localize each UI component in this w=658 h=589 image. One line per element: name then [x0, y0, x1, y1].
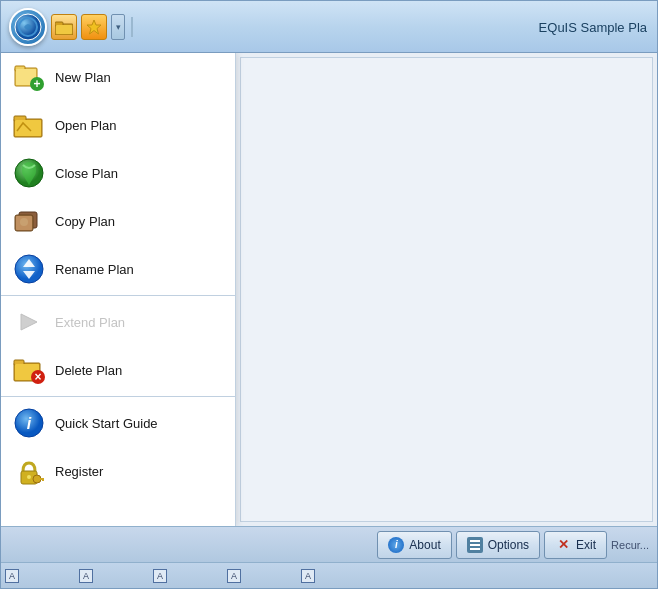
- tab-icon-4: A: [227, 569, 241, 583]
- extend-plan-label: Extend Plan: [55, 315, 125, 330]
- options-label: Options: [488, 538, 529, 552]
- menu-separator-1: [1, 295, 235, 296]
- status-bar: i About Options ✕ Exit Recur...: [1, 526, 657, 562]
- menu-item-close-plan[interactable]: Close Plan: [1, 149, 235, 197]
- register-label: Register: [55, 464, 103, 479]
- extend-plan-icon: [13, 306, 45, 338]
- svg-marker-5: [87, 20, 101, 34]
- copy-plan-icon: [13, 205, 45, 237]
- delete-plan-label: Delete Plan: [55, 363, 122, 378]
- main-content: + New Plan Open Plan: [1, 53, 657, 526]
- menu-separator-2: [1, 396, 235, 397]
- tab-item-3[interactable]: A: [153, 569, 167, 583]
- new-plan-label: New Plan: [55, 70, 111, 85]
- tab-icon-2: A: [79, 569, 93, 583]
- svg-rect-32: [42, 478, 44, 481]
- menu-item-register[interactable]: Register: [1, 447, 235, 495]
- about-button[interactable]: i About: [377, 531, 451, 559]
- new-plan-icon: +: [13, 61, 45, 93]
- tab-icon-3: A: [153, 569, 167, 583]
- tab-item-5[interactable]: A: [301, 569, 315, 583]
- open-plan-icon: [13, 109, 45, 141]
- menu-item-open-plan[interactable]: Open Plan: [1, 101, 235, 149]
- svg-marker-20: [21, 314, 37, 330]
- svg-point-29: [27, 475, 31, 479]
- quick-start-label: Quick Start Guide: [55, 416, 158, 431]
- exit-label: Exit: [576, 538, 596, 552]
- svg-rect-33: [470, 540, 480, 542]
- menu-item-delete-plan[interactable]: × Delete Plan: [1, 346, 235, 394]
- content-area: [240, 57, 653, 522]
- app-logo: [9, 8, 47, 46]
- tab-strip: A A A A A: [1, 562, 657, 588]
- menu-item-new-plan[interactable]: + New Plan: [1, 53, 235, 101]
- svg-text:i: i: [27, 415, 32, 432]
- menu-item-copy-plan[interactable]: Copy Plan: [1, 197, 235, 245]
- about-icon: i: [388, 537, 404, 553]
- exit-icon: ✕: [555, 537, 571, 553]
- toolbar-separator: [131, 17, 133, 37]
- svg-text:×: ×: [34, 370, 41, 384]
- star-toolbar-btn[interactable]: [81, 14, 107, 40]
- titlebar: ▾ EQuIS Sample Pla: [1, 1, 657, 53]
- close-plan-label: Close Plan: [55, 166, 118, 181]
- copy-plan-label: Copy Plan: [55, 214, 115, 229]
- svg-text:+: +: [33, 77, 40, 91]
- svg-rect-34: [470, 544, 480, 546]
- tab-item-4[interactable]: A: [227, 569, 241, 583]
- rename-plan-label: Rename Plan: [55, 262, 134, 277]
- about-label: About: [409, 538, 440, 552]
- right-panel: [236, 53, 657, 526]
- toolbar-dropdown[interactable]: ▾: [111, 14, 125, 40]
- tab-item-2[interactable]: A: [79, 569, 93, 583]
- svg-point-18: [20, 218, 28, 226]
- main-window: ▾ EQuIS Sample Pla + New Plan: [0, 0, 658, 589]
- menu-item-quick-start[interactable]: i Quick Start Guide: [1, 399, 235, 447]
- svg-rect-4: [56, 25, 72, 34]
- folder-toolbar-btn[interactable]: [51, 14, 77, 40]
- rename-plan-icon: [13, 253, 45, 285]
- window-title: EQuIS Sample Pla: [539, 19, 647, 34]
- register-icon: [13, 455, 45, 487]
- tab-item-1[interactable]: A: [5, 569, 19, 583]
- recur-text: Recur...: [611, 539, 649, 551]
- exit-button[interactable]: ✕ Exit: [544, 531, 607, 559]
- options-button[interactable]: Options: [456, 531, 540, 559]
- close-plan-icon: [13, 157, 45, 189]
- tab-icon-1: A: [5, 569, 19, 583]
- menu-panel: + New Plan Open Plan: [1, 53, 236, 526]
- delete-plan-icon: ×: [13, 354, 45, 386]
- menu-item-extend-plan: Extend Plan: [1, 298, 235, 346]
- tab-icon-5: A: [301, 569, 315, 583]
- menu-item-rename-plan[interactable]: Rename Plan: [1, 245, 235, 293]
- options-icon: [467, 537, 483, 553]
- svg-rect-35: [470, 548, 480, 550]
- open-plan-label: Open Plan: [55, 118, 116, 133]
- quick-start-icon: i: [13, 407, 45, 439]
